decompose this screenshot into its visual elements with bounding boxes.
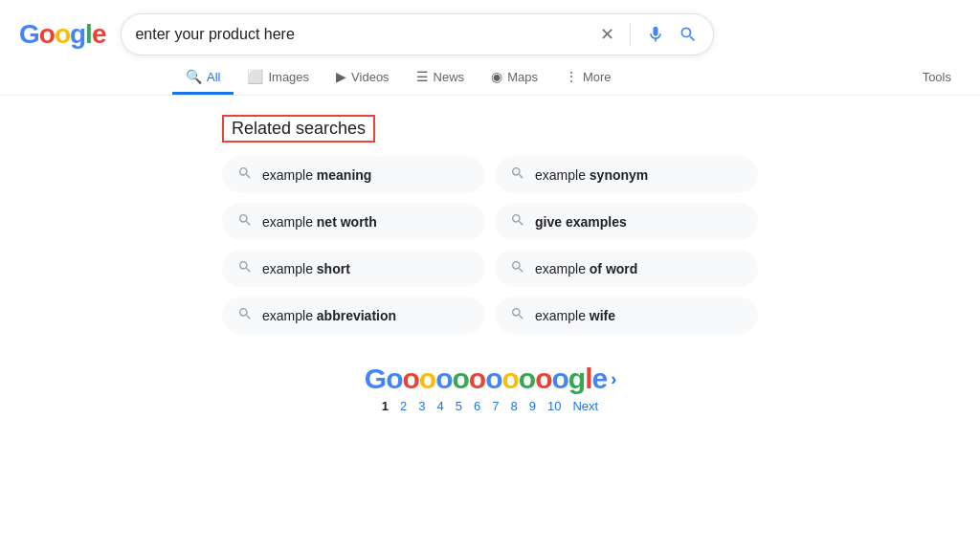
chip-text: example of word [535, 261, 637, 276]
related-searches-title: Related searches [222, 115, 375, 143]
videos-icon: ▶ [336, 69, 346, 84]
tab-maps[interactable]: ◉ Maps [478, 61, 551, 95]
tab-news-label: News [434, 70, 465, 84]
chip-example-net-worth[interactable]: example net worth [222, 203, 485, 240]
chip-search-icon [510, 165, 525, 184]
voice-search-button[interactable] [644, 23, 667, 46]
chip-search-icon [237, 212, 253, 231]
tab-videos[interactable]: ▶ Videos [323, 61, 403, 95]
chip-search-icon [237, 306, 253, 324]
search-bar: ✕ [121, 13, 714, 55]
mic-icon [646, 25, 665, 44]
page-9[interactable]: 9 [529, 399, 536, 413]
related-section: Related searches example meaning example… [222, 115, 758, 334]
page-6[interactable]: 6 [474, 399, 480, 413]
page-8[interactable]: 8 [510, 399, 517, 413]
chip-example-of-word[interactable]: example of word [495, 250, 758, 287]
all-icon: 🔍 [186, 69, 202, 84]
search-bar-icons: ✕ [598, 22, 700, 47]
page-7[interactable]: 7 [492, 399, 499, 413]
header: Google ✕ [0, 0, 980, 55]
chip-example-short[interactable]: example short [222, 250, 485, 287]
chip-example-wife[interactable]: example wife [495, 297, 758, 334]
chip-text: example short [262, 261, 350, 276]
tab-images[interactable]: ⬜ Images [234, 61, 323, 95]
page-4[interactable]: 4 [437, 399, 444, 413]
page-2[interactable]: 2 [400, 399, 407, 413]
chip-text: example meaning [262, 167, 371, 183]
tools-label: Tools [923, 70, 951, 84]
chip-search-icon [510, 259, 525, 277]
tab-maps-label: Maps [507, 70, 538, 84]
chip-example-synonym[interactable]: example synonym [495, 156, 758, 193]
chip-search-icon [237, 165, 253, 184]
related-grid: example meaning example synonym example … [222, 156, 758, 334]
search-bar-container: ✕ [121, 13, 714, 55]
chip-search-icon [237, 259, 253, 277]
clear-button[interactable]: ✕ [598, 22, 616, 47]
search-input[interactable] [135, 26, 598, 43]
page-10[interactable]: 10 [547, 399, 561, 413]
page-5[interactable]: 5 [456, 399, 462, 413]
google-logo: Google [19, 19, 105, 50]
pagination: Gooooooooooogle › 1 2 3 4 5 6 7 8 9 10 N… [365, 363, 615, 413]
page-3[interactable]: 3 [418, 399, 425, 413]
images-icon: ⬜ [247, 69, 263, 84]
chip-give-examples[interactable]: give examples [495, 203, 758, 240]
pagination-numbers: 1 2 3 4 5 6 7 8 9 10 Next [382, 399, 598, 413]
chip-search-icon [510, 212, 525, 231]
chip-text: give examples [535, 214, 627, 230]
page-1[interactable]: 1 [382, 399, 389, 413]
search-icon [679, 25, 698, 44]
tab-images-label: Images [268, 70, 309, 84]
nav-tabs: 🔍 All ⬜ Images ▶ Videos ☰ News ◉ Maps ⋮ … [0, 55, 980, 96]
chip-search-icon [510, 306, 525, 324]
news-icon: ☰ [416, 69, 429, 84]
chip-example-abbreviation[interactable]: example abbreviation [222, 297, 485, 334]
next-chevron: › [611, 369, 615, 389]
tab-news[interactable]: ☰ News [403, 61, 479, 95]
more-icon: ⋮ [565, 69, 578, 84]
search-button[interactable] [677, 23, 700, 46]
chip-example-meaning[interactable]: example meaning [222, 156, 485, 193]
tab-all-label: All [207, 70, 220, 84]
tab-all[interactable]: 🔍 All [172, 61, 234, 95]
chip-text: example wife [535, 308, 615, 323]
tab-videos-label: Videos [351, 70, 390, 84]
maps-icon: ◉ [491, 69, 502, 84]
chip-text: example synonym [535, 167, 648, 183]
next-button[interactable]: Next [572, 399, 598, 413]
tools-button[interactable]: Tools [909, 62, 980, 95]
divider [630, 23, 631, 46]
pagination-logo: Gooooooooooogle › [365, 363, 615, 395]
chip-text: example abbreviation [262, 308, 396, 323]
tab-more-label: More [583, 70, 612, 84]
tab-more[interactable]: ⋮ More [551, 61, 625, 95]
main-content: Related searches example meaning example… [0, 96, 980, 413]
chip-text: example net worth [262, 214, 377, 230]
